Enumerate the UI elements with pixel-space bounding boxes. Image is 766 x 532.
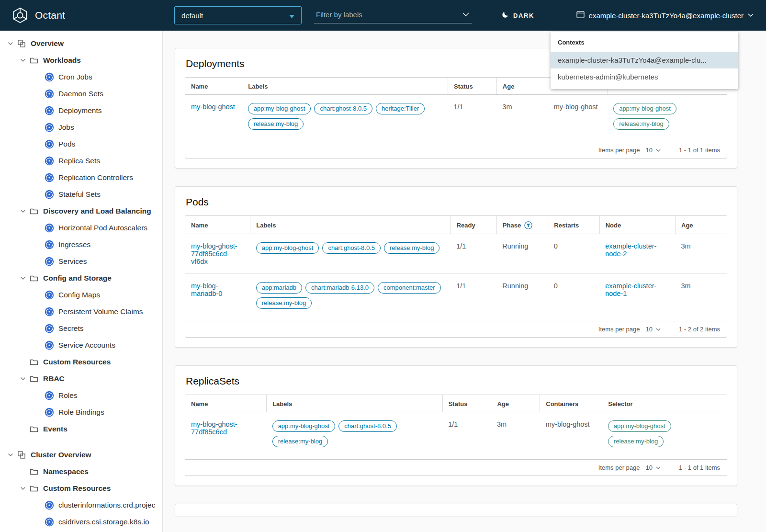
resource-link[interactable]: my-blog-ghost bbox=[191, 103, 235, 111]
label-badge[interactable]: release:my-blog bbox=[272, 436, 328, 447]
context-item[interactable]: kubernetes-admin@kubernetes bbox=[551, 68, 738, 85]
sidebar-item-rbac[interactable]: RBAC bbox=[0, 370, 162, 387]
sidebar-item-custom-resources[interactable]: Custom Resources bbox=[0, 480, 162, 497]
sidebar-nav: OverviewWorkloadsCron JobsDaemon SetsDep… bbox=[0, 35, 162, 530]
label-badge[interactable]: app:my-blog-ghost bbox=[248, 103, 311, 114]
table-cell: app:my-blog-ghostchart:ghost-8.0.5releas… bbox=[250, 234, 451, 274]
column-header-node[interactable]: Node bbox=[599, 216, 675, 234]
column-header-labels[interactable]: Labels bbox=[267, 395, 443, 412]
label-badge[interactable]: release:my-blog bbox=[248, 118, 304, 130]
sidebar-item-custom-resources[interactable]: Custom Resources bbox=[0, 353, 162, 370]
context-selector[interactable]: example-cluster-ka3TuTzYo4a@example-clus… bbox=[576, 11, 754, 20]
resource-link[interactable]: my-blog-ghost-77df85c6cd-vf6dx bbox=[191, 242, 237, 265]
octant-logo-icon bbox=[11, 7, 29, 24]
items-per-page-select[interactable]: 10 bbox=[646, 326, 661, 333]
contexts-dropdown: Contexts example-cluster-ka3TuTzYo4a@exa… bbox=[551, 32, 738, 89]
label-badge[interactable]: release:my-blog bbox=[384, 242, 440, 254]
sidebar-item-replica-sets[interactable]: Replica Sets bbox=[0, 152, 162, 169]
label-badge[interactable]: app:my-blog-ghost bbox=[613, 103, 676, 114]
label-badge[interactable]: release:my-blog bbox=[613, 118, 669, 130]
column-header-labels[interactable]: Labels bbox=[250, 216, 451, 234]
sidebar-item-cron-jobs[interactable]: Cron Jobs bbox=[0, 68, 162, 85]
items-per-page-select[interactable]: 10 bbox=[646, 464, 661, 471]
column-header-age[interactable]: Age bbox=[496, 78, 548, 95]
sidebar-item-namespaces[interactable]: Namespaces bbox=[0, 463, 162, 480]
label-badge[interactable]: chart:ghost-8.0.5 bbox=[338, 420, 397, 432]
sidebar-item-service-accounts[interactable]: Service Accounts bbox=[0, 337, 162, 353]
sidebar-item-stateful-sets[interactable]: Stateful Sets bbox=[0, 186, 162, 203]
app-title: Octant bbox=[35, 10, 65, 21]
column-header-name[interactable]: Name bbox=[185, 78, 242, 95]
pagination: Items per page101 - 1 of 1 items bbox=[185, 142, 727, 158]
chevron-down-icon[interactable] bbox=[17, 57, 29, 64]
resource-link[interactable]: example-cluster-node-1 bbox=[605, 282, 656, 297]
column-header-name[interactable]: Name bbox=[185, 395, 267, 412]
chevron-down-icon[interactable] bbox=[17, 485, 29, 492]
context-item[interactable]: example-cluster-ka3TuTzYo4a@example-clu.… bbox=[551, 52, 738, 68]
label-badge[interactable]: chart:ghost-8.0.5 bbox=[322, 242, 381, 254]
label-badge[interactable]: chart:mariadb-6.13.0 bbox=[305, 282, 374, 294]
sidebar-item-persistent-volume-claims[interactable]: Persistent Volume Claims bbox=[0, 303, 162, 320]
sidebar-item-events[interactable]: Events bbox=[0, 420, 162, 437]
sidebar-item-deployments[interactable]: Deployments bbox=[0, 102, 162, 119]
sidebar-item-services[interactable]: Services bbox=[0, 253, 162, 270]
sidebar-item-roles[interactable]: Roles bbox=[0, 387, 162, 404]
resource-link[interactable]: example-cluster-node-2 bbox=[605, 242, 656, 258]
sidebar-item-jobs[interactable]: Jobs bbox=[0, 119, 162, 136]
column-header-age[interactable]: Age bbox=[676, 216, 727, 234]
column-header-ready[interactable]: Ready bbox=[451, 216, 496, 234]
label-badge[interactable]: app:my-blog-ghost bbox=[272, 420, 336, 432]
label-badge[interactable]: component:master bbox=[378, 282, 441, 294]
label-badge[interactable]: release:my-blog bbox=[608, 436, 664, 447]
sidebar-item-discovery-and-load-balancing[interactable]: Discovery and Load Balancing bbox=[0, 203, 162, 219]
sidebar-item-role-bindings[interactable]: Role Bindings bbox=[0, 404, 162, 420]
chevron-down-icon[interactable] bbox=[5, 452, 16, 458]
sidebar-item-csidrivers-csi-storage-k8s-io[interactable]: csidrivers.csi.storage.k8s.io bbox=[0, 513, 162, 530]
column-header-status[interactable]: Status bbox=[448, 78, 497, 95]
objects-icon bbox=[16, 451, 27, 459]
sidebar-item-secrets[interactable]: Secrets bbox=[0, 320, 162, 337]
label-badge[interactable]: app:my-blog-ghost bbox=[256, 242, 319, 254]
resource-link[interactable]: my-blog-ghost-77df85c6cd bbox=[191, 420, 237, 436]
column-header-phase[interactable]: Phase bbox=[496, 216, 548, 234]
items-per-page-select[interactable]: 10 bbox=[646, 147, 661, 154]
label-filter-input[interactable]: Filter by labels bbox=[314, 7, 472, 23]
sidebar-item-clusterinformations-crd-projec[interactable]: clusterinformations.crd.projec bbox=[0, 497, 162, 513]
column-header-selector[interactable]: Selector bbox=[602, 395, 727, 412]
chevron-down-icon[interactable] bbox=[17, 208, 29, 215]
sidebar-item-workloads[interactable]: Workloads bbox=[0, 52, 162, 68]
resource-link[interactable]: my-blog-mariadb-0 bbox=[191, 282, 222, 297]
theme-toggle[interactable]: DARK bbox=[502, 11, 534, 20]
badge-group: app:mariadbchart:mariadb-6.13.0component… bbox=[256, 282, 445, 313]
sidebar-item-ingresses[interactable]: Ingresses bbox=[0, 236, 162, 253]
namespace-select[interactable]: default bbox=[174, 6, 302, 24]
sidebar-item-replication-controllers[interactable]: Replication Controllers bbox=[0, 169, 162, 186]
resource-icon bbox=[44, 156, 55, 166]
column-header-name[interactable]: Name bbox=[185, 216, 250, 234]
label-badge[interactable]: app:my-blog-ghost bbox=[608, 420, 671, 432]
sidebar-item-config-maps[interactable]: Config Maps bbox=[0, 286, 162, 303]
label-badge[interactable]: app:mariadb bbox=[256, 282, 302, 294]
label-badge[interactable]: release:my-blog bbox=[256, 297, 312, 309]
sidebar-item-cluster-overview[interactable]: Cluster Overview bbox=[0, 446, 162, 463]
column-header-age[interactable]: Age bbox=[491, 395, 540, 412]
sidebar-item-horizontal-pod-autoscalers[interactable]: Horizontal Pod Autoscalers bbox=[0, 219, 162, 236]
column-header-containers[interactable]: Containers bbox=[540, 395, 602, 412]
chevron-down-icon[interactable] bbox=[17, 375, 29, 382]
table-cell: app:my-blog-ghostchart:ghost-8.0.5herita… bbox=[242, 95, 448, 142]
brand[interactable]: Octant bbox=[0, 7, 65, 24]
column-header-labels[interactable]: Labels bbox=[242, 78, 448, 95]
sidebar-item-config-and-storage[interactable]: Config and Storage bbox=[0, 270, 162, 286]
filter-icon[interactable] bbox=[524, 221, 532, 229]
label-badge[interactable]: chart:ghost-8.0.5 bbox=[314, 103, 372, 114]
sidebar-item-overview[interactable]: Overview bbox=[0, 35, 162, 52]
chevron-down-icon[interactable] bbox=[17, 275, 29, 282]
label-badge[interactable]: heritage:Tiller bbox=[376, 103, 425, 114]
sidebar-item-daemon-sets[interactable]: Daemon Sets bbox=[0, 85, 162, 102]
column-header-status[interactable]: Status bbox=[442, 395, 491, 412]
column-header-restarts[interactable]: Restarts bbox=[548, 216, 599, 234]
table-cell: 1/1 bbox=[442, 412, 491, 460]
sidebar-item-label: Pods bbox=[58, 140, 75, 148]
chevron-down-icon[interactable] bbox=[5, 40, 16, 47]
sidebar-item-pods[interactable]: Pods bbox=[0, 136, 162, 152]
